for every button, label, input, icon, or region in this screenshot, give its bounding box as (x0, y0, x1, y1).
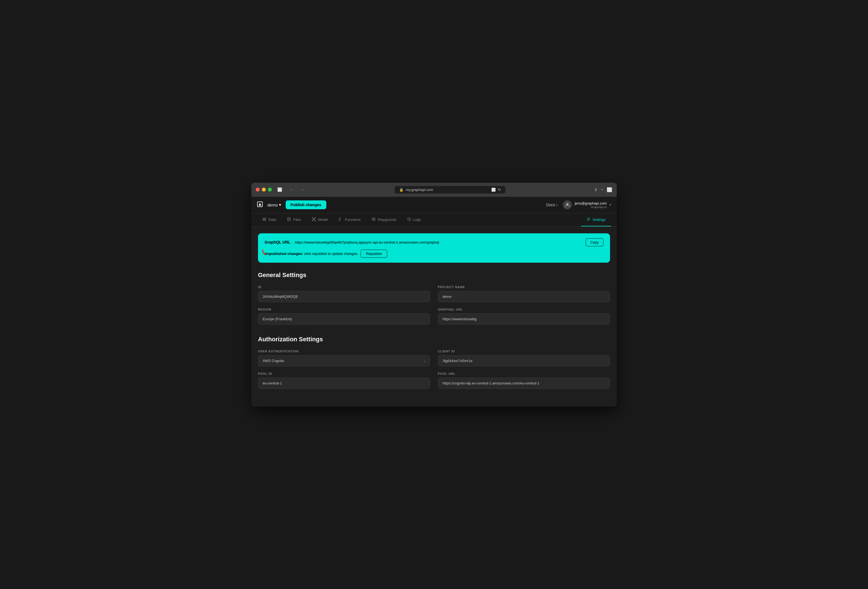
docs-arrow-icon: › (557, 202, 558, 207)
project-name-input[interactable] (438, 291, 610, 302)
field-region: REGION (258, 308, 430, 325)
unpublished-text: Unpublished changes: click republish to … (264, 252, 357, 256)
client-id-label: CLIENT ID (438, 350, 610, 353)
tab-settings-label: Settings (593, 217, 605, 222)
app-title[interactable]: demo ▾ (267, 202, 281, 207)
user-email: jens@graphapi.com (574, 201, 607, 205)
publish-changes-button[interactable]: Publish changes (286, 201, 326, 209)
browser-actions: ⬆ + ⬜ (594, 187, 612, 192)
id-label: ID (258, 285, 430, 289)
field-project-name: PROJECT NAME (438, 285, 610, 302)
share-icon[interactable]: ⬆ (594, 187, 598, 192)
tab-functions-label: Functions (345, 217, 360, 222)
app-dropdown-icon: ▾ (279, 202, 281, 207)
svg-line-10 (314, 218, 315, 219)
pool-url-input[interactable] (438, 378, 610, 389)
maximize-button[interactable] (268, 187, 272, 192)
pool-id-input[interactable] (258, 378, 430, 389)
svg-line-11 (313, 220, 314, 220)
user-text: jens@graphapi.com GraphApi.io (574, 201, 607, 209)
forward-button[interactable]: → (299, 186, 306, 193)
republish-button[interactable]: Republish (361, 249, 387, 258)
tab-playground[interactable]: Playground (366, 213, 402, 226)
field-id: ID (258, 285, 430, 302)
sidebar-toggle-button[interactable]: ⬜ (275, 186, 284, 193)
user-auth-select[interactable]: AWS Cognito (258, 355, 430, 366)
svg-line-12 (314, 220, 315, 220)
url-text: my.graphapi.com (406, 187, 433, 192)
tab-logs[interactable]: Logs (402, 213, 427, 226)
pool-id-label: POOL ID (258, 372, 430, 375)
address-bar[interactable]: 🔒 my.graphapi.com ⬜ ↻ (395, 186, 505, 193)
tab-model[interactable]: Model (306, 213, 333, 226)
graphql-url-value: https://wwamstsxwbgd3fqe6b7pnpbvcq.appsy… (295, 240, 581, 244)
user-site: GraphApi.io (574, 205, 607, 209)
unpublished-row-container: Unpublished changes: click republish to … (264, 249, 604, 258)
browser-window: ⬜ ← → 🔒 my.graphapi.com ⬜ ↻ ⬆ + ⬜ demo ▾ (251, 183, 617, 407)
user-dropdown-icon: ▾ (610, 203, 611, 207)
svg-point-1 (566, 203, 568, 205)
copy-button[interactable]: Copy (586, 238, 604, 247)
browser-titlebar: ⬜ ← → 🔒 my.graphapi.com ⬜ ↻ ⬆ + ⬜ (251, 183, 617, 197)
files-icon (287, 217, 291, 222)
settings-icon (586, 217, 590, 222)
tab-playground-label: Playground (378, 217, 396, 222)
tabs-icon[interactable]: ⬜ (607, 187, 612, 192)
general-settings-form: ID PROJECT NAME REGION GRAPHQL URL (258, 285, 610, 325)
tab-files[interactable]: Files (282, 213, 306, 226)
tab-data-label: Data (269, 217, 276, 222)
tab-data[interactable]: Data (257, 213, 282, 226)
pool-url-label: POOL URL (438, 372, 610, 375)
app-content: GraphQL URL https://wwamstsxwbgd3fqe6b7p… (251, 227, 617, 407)
close-button[interactable] (256, 187, 260, 192)
field-graphql-url: GRAPHQL URL (438, 308, 610, 325)
address-bar-container: 🔒 my.graphapi.com ⬜ ↻ (310, 186, 590, 193)
reload-icon[interactable]: ↻ (498, 187, 501, 192)
user-auth-label: USER AUTHENTICATION (258, 350, 430, 353)
model-icon (312, 217, 316, 222)
region-label: REGION (258, 308, 430, 311)
tab-model-label: Model (318, 217, 328, 222)
general-settings-heading: General Settings (258, 272, 610, 279)
field-user-auth: USER AUTHENTICATION AWS Cognito (258, 350, 430, 366)
graphql-url-field-label: GRAPHQL URL (438, 308, 610, 311)
authorization-settings-form: USER AUTHENTICATION AWS Cognito CLIENT I… (258, 350, 610, 389)
svg-point-14 (373, 218, 374, 220)
svg-marker-13 (372, 217, 375, 221)
user-info[interactable]: jens@graphapi.com GraphApi.io ▾ (563, 201, 611, 209)
svg-point-2 (263, 218, 266, 219)
authorization-settings-heading: Authorization Settings (258, 336, 610, 343)
id-input[interactable] (258, 291, 430, 302)
new-tab-icon[interactable]: + (601, 187, 604, 192)
address-bar-icons: ⬜ ↻ (491, 187, 501, 192)
field-pool-id: POOL ID (258, 372, 430, 389)
svg-line-9 (313, 218, 314, 219)
tab-logs-label: Logs (413, 217, 421, 222)
tab-functions[interactable]: Functions (333, 213, 366, 226)
unpublished-detail: click republish to update changes (304, 252, 357, 256)
minimize-button[interactable] (262, 187, 266, 192)
field-pool-url: POOL URL (438, 372, 610, 389)
app-nav: Data Files Model Functions Playground (251, 213, 617, 227)
graphql-url-label: GraphQL URL (264, 240, 290, 244)
tab-settings[interactable]: Settings (581, 213, 611, 226)
field-client-id: CLIENT ID (438, 350, 610, 366)
svg-point-16 (588, 218, 589, 220)
logs-icon (407, 217, 411, 222)
traffic-lights (256, 187, 272, 192)
lock-icon: 🔒 (399, 187, 403, 192)
app-header: demo ▾ Publish changes Docs › jens@graph… (251, 197, 617, 213)
docs-text: Docs (546, 202, 555, 207)
tab-files-label: Files (293, 217, 301, 222)
back-button[interactable]: ← (288, 186, 295, 193)
client-id-input[interactable] (438, 355, 610, 366)
region-input[interactable] (258, 313, 430, 325)
user-auth-select-wrapper: AWS Cognito (258, 355, 430, 366)
avatar (563, 201, 572, 209)
graphql-url-row: GraphQL URL https://wwamstsxwbgd3fqe6b7p… (264, 238, 604, 247)
functions-icon (339, 217, 342, 222)
app-name-text: demo (267, 202, 278, 207)
app-logo (257, 201, 263, 209)
graphql-url-input[interactable] (438, 313, 610, 325)
docs-link[interactable]: Docs › (546, 202, 558, 207)
